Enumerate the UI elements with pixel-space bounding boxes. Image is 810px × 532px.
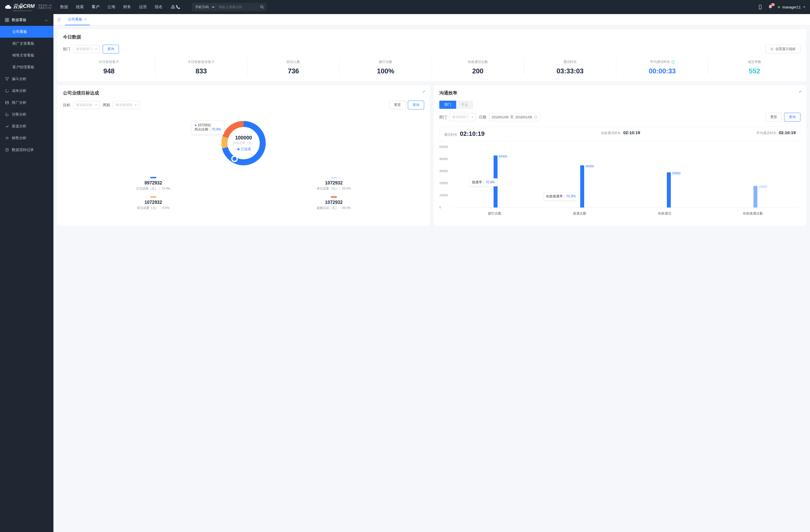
user-name: manager11 xyxy=(782,5,801,9)
segment: 部门个人 xyxy=(439,101,473,109)
today-card: 今日数据 部门 请选择部门▼ 查询 设置显示指标 今日首咨客户948今日有效首咨… xyxy=(58,29,806,81)
expand-icon[interactable]: ⤢ xyxy=(799,90,801,94)
collapse-menu-icon[interactable]: ☰ xyxy=(58,17,61,22)
calendar-icon xyxy=(534,115,537,119)
donut-stat: 8972932已完成量（元）70.9% xyxy=(63,174,244,194)
kpi: 拨打次数100% xyxy=(340,59,432,76)
search-type-select[interactable]: 手机号码 xyxy=(192,3,216,11)
kpi: 今日有效首咨客户833 xyxy=(155,59,247,76)
search-input[interactable] xyxy=(216,3,258,11)
topbar: 云朵CRM www.yunduocrm.com 教育机构一站式服务云平台 数据线… xyxy=(0,0,810,14)
connect-rate-box: 接通率：70.9% xyxy=(469,178,498,186)
svg-rect-4 xyxy=(7,18,9,20)
sidebar-sub-item[interactable]: 公司看板 xyxy=(0,26,53,38)
dept-select[interactable]: 请选择部门▼ xyxy=(73,45,100,53)
kpi: 成交单数552 xyxy=(709,59,800,76)
nav-item[interactable]: 财务 xyxy=(123,4,131,10)
kpi: 有效通话次数200 xyxy=(432,59,524,76)
phone-icon[interactable] xyxy=(176,4,181,10)
date-range-input[interactable]: 2018/01/08 至 2018/01/08 xyxy=(489,113,540,121)
notification-badge: 5 xyxy=(771,3,775,6)
bar-chart: 01000020000300004000050000 4300035000290… xyxy=(439,145,800,220)
dashboard-icon xyxy=(5,18,9,22)
query-button[interactable]: 查询 xyxy=(103,45,119,53)
svg-rect-5 xyxy=(5,20,7,22)
tab-company-board[interactable]: 公司看板 ✕ xyxy=(65,14,90,25)
achieved-tag: 已达成 xyxy=(237,147,251,152)
period-select[interactable]: 请选择周期▼ xyxy=(113,101,140,109)
bar: 18000 xyxy=(754,186,757,207)
target-select[interactable]: 请选择目标▼ xyxy=(73,101,100,109)
svg-point-7 xyxy=(772,49,772,49)
thumbs-up-icon xyxy=(237,147,240,151)
chevron-up-icon: ︿ xyxy=(45,17,48,22)
svg-point-2 xyxy=(760,9,761,9)
dept-label: 部门 xyxy=(63,47,70,52)
status-dot xyxy=(778,6,780,8)
cloud-icon xyxy=(4,4,12,10)
donut-center-value: 100000 xyxy=(235,135,252,141)
time-summary: 通话时长02:10:19有效通话时长02:10:19平均通话时长02:10:19 xyxy=(439,127,800,141)
segment-button[interactable]: 个人 xyxy=(456,101,473,109)
donut-chart: 100000 目标总量（元） 已达成 ● 1072932 所占比例：70.9% xyxy=(218,118,269,168)
svg-point-0 xyxy=(261,6,263,8)
sidebar-item[interactable]: 数据流转记录 xyxy=(0,144,53,156)
brand-tagline: 教育机构一站式服务云平台 xyxy=(36,4,52,10)
sidebar-item[interactable]: 销售分析 xyxy=(0,132,53,144)
comm-reset-button[interactable]: 重置 xyxy=(765,113,782,121)
user-add-icon[interactable] xyxy=(171,4,176,10)
brand-logo[interactable]: 云朵CRM www.yunduocrm.com 教育机构一站式服务云平台 xyxy=(4,0,52,14)
expand-icon[interactable]: ⤢ xyxy=(422,90,425,94)
settings-indicator-button[interactable]: 设置显示指标 xyxy=(765,45,800,53)
brand-domain: www.yunduocrm.com xyxy=(13,10,35,12)
nav-item[interactable]: 报名 xyxy=(155,4,163,10)
svg-rect-12 xyxy=(534,116,537,119)
donut-tooltip: ● 1072932 所占比例：70.9% xyxy=(192,121,224,134)
sidebar-item[interactable]: 推广分析 xyxy=(0,97,53,109)
search-bar: 手机号码 xyxy=(192,3,266,11)
bar: 29000 xyxy=(667,172,671,207)
bar: 35000 xyxy=(580,165,584,208)
segment-button[interactable]: 部门 xyxy=(439,101,456,109)
notifications-button[interactable]: 5 xyxy=(768,4,773,10)
sidebar: 数据看板 ︿ 公司看板推广主管看板销售主管看板客户经理看板 漏斗分析成本分析推广… xyxy=(0,14,53,532)
main: ☰ 公司看板 ✕ 今日数据 部门 请选择部门▼ 查询 设置显示指标 xyxy=(53,14,810,532)
donut-stat: 1072932未完成量（元）20.9% xyxy=(244,174,424,194)
sidebar-sub-item[interactable]: 销售主管看板 xyxy=(0,49,53,61)
gear-icon xyxy=(770,47,774,51)
nav-item[interactable]: 运营 xyxy=(139,4,147,10)
sidebar-sub-item[interactable]: 推广主管看板 xyxy=(0,38,53,49)
comm-query-button[interactable]: 查询 xyxy=(784,113,800,121)
comm-dept-select[interactable]: 请选择部门▼ xyxy=(450,113,476,121)
performance-card: ⤢ 公司业绩目标达成 目标 请选择目标▼ 周期 请选择周期▼ 重置 查询 xyxy=(58,85,430,226)
sidebar-sub-item[interactable]: 客户经理看板 xyxy=(0,61,53,73)
sidebar-group-dashboard[interactable]: 数据看板 ︿ xyxy=(0,14,53,26)
comm-title: 沟通效率 xyxy=(439,90,800,96)
effective-rate-box: 有效接通率：70.9% xyxy=(544,192,578,200)
svg-rect-3 xyxy=(5,18,7,20)
mobile-icon[interactable] xyxy=(758,4,763,10)
nav-item[interactable]: 数据 xyxy=(60,4,68,10)
donut-stat: 1072932超额完成（元）89.9% xyxy=(244,194,424,213)
donut-center-sub: 目标总量（元） xyxy=(233,141,255,145)
today-title: 今日数据 xyxy=(63,34,800,40)
sidebar-item[interactable]: 访客分析 xyxy=(0,109,53,120)
sidebar-item[interactable]: 漏斗分析 xyxy=(0,73,53,85)
brand-name: 云朵CRM xyxy=(13,3,35,10)
sidebar-item[interactable]: 成本分析 xyxy=(0,85,53,97)
tabs-bar: ☰ 公司看板 ✕ xyxy=(53,14,810,25)
close-icon[interactable]: ✕ xyxy=(84,17,87,21)
nav-item[interactable]: 公海 xyxy=(108,4,115,10)
top-nav: 数据线索客户公海财务运营报名 xyxy=(60,4,163,10)
kpi: 回访人数736 xyxy=(247,59,340,76)
user-menu[interactable]: manager11 ▼ xyxy=(778,5,806,9)
perf-query-button[interactable]: 查询 xyxy=(408,101,424,110)
donut-stat: 1072932应完成量（元）8.9% xyxy=(63,194,244,213)
kpi: 今日首咨客户948 xyxy=(63,59,155,76)
chevron-down-icon: ▼ xyxy=(803,6,806,9)
nav-item[interactable]: 线索 xyxy=(76,4,84,10)
reset-button[interactable]: 重置 xyxy=(389,101,406,110)
nav-item[interactable]: 客户 xyxy=(92,4,100,10)
search-icon[interactable] xyxy=(258,5,266,9)
sidebar-item[interactable]: 渠道分析 xyxy=(0,120,53,132)
